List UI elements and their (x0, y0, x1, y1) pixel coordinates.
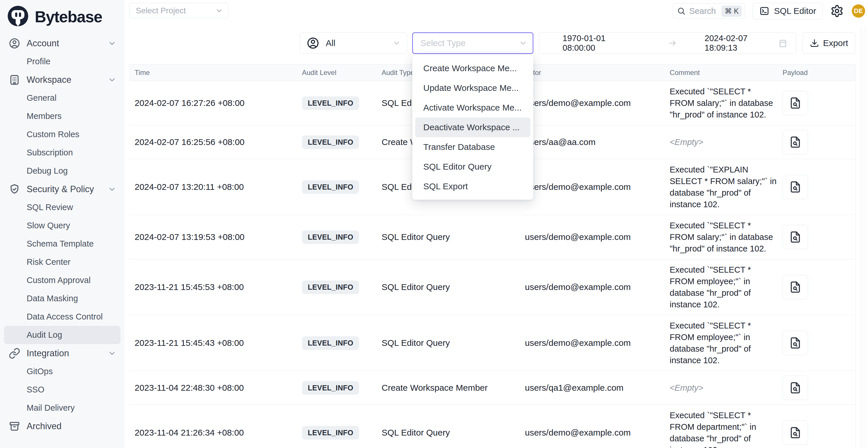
menu-item-update-workspace-member[interactable]: Update Workspace Me... (415, 78, 530, 98)
cell-actor: users/qa1@example.com (519, 383, 664, 393)
cell-audit-level: LEVEL_INFO (296, 135, 376, 149)
search-shortcut-badge: ⌘ K (721, 5, 742, 17)
brand-name: Bytebase (35, 7, 102, 26)
sidebar-group-integration[interactable]: Integration (4, 344, 120, 362)
search-input[interactable]: Search ⌘ K (673, 3, 745, 19)
level-badge: LEVEL_INFO (302, 180, 359, 194)
cell-payload (777, 225, 855, 249)
cell-time: 2023-11-04 21:26:34 +08:00 (129, 428, 296, 438)
menu-item-create-workspace-member[interactable]: Create Workspace Me... (415, 59, 530, 78)
sidebar-item-mail-delivery[interactable]: Mail Delivery (4, 399, 120, 417)
file-search-icon (789, 97, 801, 109)
sidebar-item-subscription[interactable]: Subscription (4, 143, 120, 162)
filter-bar: All Select Type 1970-01-01 08:00:00 2024… (124, 32, 868, 54)
cell-comment: Executed `"SELECT * FROM employee;"` in … (664, 264, 777, 310)
level-badge: LEVEL_INFO (302, 381, 359, 395)
search-icon (677, 7, 686, 15)
sidebar-item-members[interactable]: Members (4, 107, 120, 125)
avatar[interactable]: DE (852, 4, 865, 18)
sidebar-item-gitops[interactable]: GitOps (4, 362, 120, 381)
sidebar-item-data-masking[interactable]: Data Masking (4, 289, 120, 308)
sql-editor-button[interactable]: SQL Editor (752, 3, 823, 20)
cell-payload (777, 376, 855, 400)
main-content: Select Project Search ⌘ K SQL Editor DE … (124, 0, 868, 448)
cell-audit-level: LEVEL_INFO (296, 281, 376, 294)
sidebar-item-profile[interactable]: Profile (4, 53, 120, 71)
type-filter-select[interactable]: Select Type (412, 32, 533, 54)
file-search-icon (789, 181, 801, 193)
menu-item-sql-export[interactable]: SQL Export (415, 177, 530, 196)
cell-audit-level: LEVEL_INFO (296, 230, 376, 244)
payload-button[interactable] (783, 275, 808, 299)
level-badge: LEVEL_INFO (302, 281, 359, 294)
user-circle-icon (307, 37, 319, 50)
actor-filter-value: All (326, 38, 392, 48)
sidebar-group-workspace[interactable]: Workspace (4, 71, 120, 89)
cell-comment: <Empty> (664, 136, 777, 148)
date-range-picker[interactable]: 1970-01-01 08:00:00 2024-02-07 18:09:13 (539, 32, 796, 54)
column-header-payload: Payload (777, 69, 855, 77)
type-filter-dropdown: Create Workspace Me... Update Workspace … (412, 55, 533, 200)
menu-item-deactivate-workspace-member[interactable]: Deactivate Workspace ... (415, 118, 530, 137)
sidebar-item-debug-log[interactable]: Debug Log (4, 162, 120, 180)
cell-time: 2023-11-21 15:45:43 +08:00 (129, 338, 296, 348)
sidebar-item-audit-log[interactable]: Audit Log (4, 326, 120, 344)
user-circle-icon (9, 38, 20, 49)
sidebar-group-account[interactable]: Account (4, 34, 120, 53)
brand-logo[interactable]: Bytebase (0, 0, 124, 32)
cell-comment: Executed `"SELECT * FROM salary;"` in da… (664, 86, 777, 120)
archive-icon (9, 420, 20, 432)
cell-time: 2023-11-04 22:48:30 +08:00 (129, 383, 296, 393)
cell-time: 2024-02-07 16:25:56 +08:00 (129, 137, 296, 147)
cell-audit-level: LEVEL_INFO (296, 96, 376, 110)
payload-button[interactable] (783, 376, 808, 400)
chevron-down-icon (392, 39, 401, 47)
actor-filter-select[interactable]: All (300, 32, 407, 54)
column-header-comment: Comment (664, 69, 777, 77)
cell-audit-level: LEVEL_INFO (296, 381, 376, 395)
sidebar-item-data-access-control[interactable]: Data Access Control (4, 308, 120, 326)
payload-button[interactable] (783, 175, 808, 199)
date-from-value[interactable]: 1970-01-01 08:00:00 (563, 34, 636, 53)
payload-button[interactable] (783, 225, 808, 249)
menu-item-sql-editor-query[interactable]: SQL Editor Query (415, 157, 530, 177)
sidebar-item-general[interactable]: General (4, 89, 120, 107)
sidebar-group-archived[interactable]: Archived (4, 417, 120, 435)
cell-actor: users/demo@example.com (519, 282, 664, 292)
sidebar-item-sql-review[interactable]: SQL Review (4, 198, 120, 217)
sidebar-item-custom-approval[interactable]: Custom Approval (4, 271, 120, 289)
file-search-icon (789, 426, 801, 439)
menu-item-activate-workspace-member[interactable]: Activate Workspace Me... (415, 98, 530, 118)
sidebar-item-risk-center[interactable]: Risk Center (4, 253, 120, 271)
sidebar-item-schema-template[interactable]: Schema Template (4, 235, 120, 253)
chevron-down-icon (108, 185, 116, 194)
payload-button[interactable] (783, 331, 808, 355)
download-icon (810, 38, 819, 48)
project-select[interactable]: Select Project (129, 3, 229, 18)
export-button[interactable]: Export (803, 32, 855, 54)
payload-button[interactable] (783, 91, 808, 115)
link-icon (9, 348, 20, 359)
sidebar-item-sso[interactable]: SSO (4, 381, 120, 399)
sidebar-item-slow-query[interactable]: Slow Query (4, 217, 120, 235)
search-placeholder: Search (689, 6, 721, 16)
level-badge: LEVEL_INFO (302, 135, 359, 149)
chevron-down-icon (519, 39, 528, 47)
file-search-icon (789, 382, 801, 394)
level-badge: LEVEL_INFO (302, 230, 359, 244)
table-row: 2024-02-07 13:19:53 +08:00 LEVEL_INFO SQ… (129, 215, 855, 259)
cell-comment: Executed `"SELECT * FROM employee;"` in … (664, 320, 777, 366)
menu-item-transfer-database[interactable]: Transfer Database (415, 137, 530, 157)
cell-actor: users/demo@example.com (519, 182, 664, 192)
payload-button[interactable] (783, 130, 808, 154)
cell-audit-level: LEVEL_INFO (296, 180, 376, 194)
date-to-value[interactable]: 2024-02-07 18:09:13 (705, 34, 778, 53)
settings-button[interactable] (830, 4, 844, 18)
cell-audit-level: LEVEL_INFO (296, 336, 376, 350)
sidebar-group-security-policy[interactable]: Security & Policy (4, 180, 120, 198)
cell-comment: Executed `"EXPLAIN SELECT * FROM salary;… (664, 164, 777, 210)
payload-button[interactable] (783, 420, 808, 445)
cell-actor: users/aa@aa.com (519, 137, 664, 147)
sidebar-item-custom-roles[interactable]: Custom Roles (4, 125, 120, 143)
vertical-scrollbar[interactable] (861, 28, 866, 448)
